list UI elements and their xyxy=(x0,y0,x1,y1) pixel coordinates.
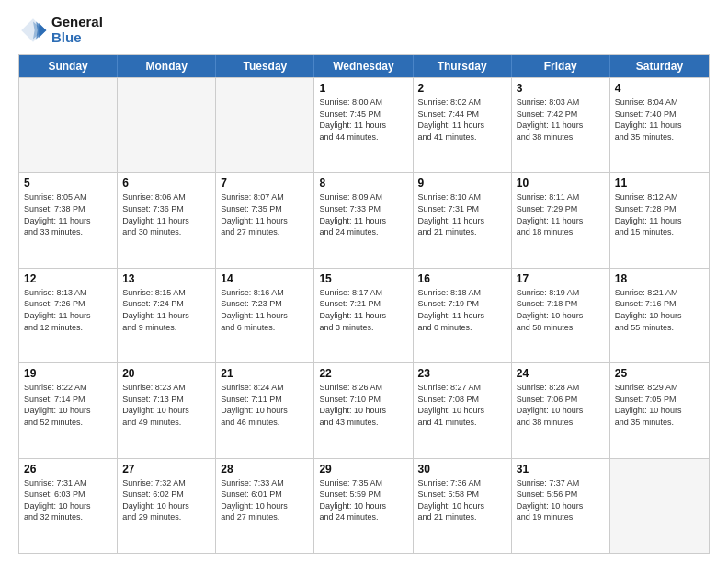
day-info: Sunrise: 8:02 AM Sunset: 7:44 PM Dayligh… xyxy=(418,97,506,143)
calendar-cell: 25Sunrise: 8:29 AM Sunset: 7:05 PM Dayli… xyxy=(610,363,709,457)
day-info: Sunrise: 8:03 AM Sunset: 7:42 PM Dayligh… xyxy=(517,97,605,143)
day-number: 30 xyxy=(418,463,506,476)
calendar-cell: 6Sunrise: 8:06 AM Sunset: 7:36 PM Daylig… xyxy=(118,173,216,267)
day-info: Sunrise: 7:32 AM Sunset: 6:02 PM Dayligh… xyxy=(122,477,210,523)
weekday-header: Tuesday xyxy=(216,55,314,77)
day-info: Sunrise: 8:24 AM Sunset: 7:11 PM Dayligh… xyxy=(221,382,309,428)
day-number: 31 xyxy=(517,463,605,476)
weekday-header: Saturday xyxy=(610,55,709,77)
day-info: Sunrise: 8:11 AM Sunset: 7:29 PM Dayligh… xyxy=(517,191,605,237)
calendar-cell: 19Sunrise: 8:22 AM Sunset: 7:14 PM Dayli… xyxy=(19,363,118,457)
day-number: 17 xyxy=(517,272,605,285)
day-info: Sunrise: 8:04 AM Sunset: 7:40 PM Dayligh… xyxy=(615,97,704,143)
day-number: 4 xyxy=(615,82,704,95)
day-info: Sunrise: 7:33 AM Sunset: 6:01 PM Dayligh… xyxy=(221,477,309,523)
weekday-header: Wednesday xyxy=(314,55,413,77)
calendar-cell xyxy=(19,78,118,172)
calendar-cell: 14Sunrise: 8:16 AM Sunset: 7:23 PM Dayli… xyxy=(216,269,314,362)
day-number: 8 xyxy=(319,177,407,190)
day-number: 19 xyxy=(24,367,112,380)
calendar-cell: 28Sunrise: 7:33 AM Sunset: 6:01 PM Dayli… xyxy=(216,459,314,553)
day-info: Sunrise: 8:22 AM Sunset: 7:14 PM Dayligh… xyxy=(24,382,112,428)
logo-icon xyxy=(18,16,48,45)
day-info: Sunrise: 8:23 AM Sunset: 7:13 PM Dayligh… xyxy=(122,382,210,428)
day-number: 16 xyxy=(418,272,506,285)
day-number: 18 xyxy=(615,272,704,285)
calendar-cell: 20Sunrise: 8:23 AM Sunset: 7:13 PM Dayli… xyxy=(118,363,216,457)
calendar-cell: 21Sunrise: 8:24 AM Sunset: 7:11 PM Dayli… xyxy=(216,363,314,457)
day-number: 20 xyxy=(122,367,210,380)
calendar-row: 5Sunrise: 8:05 AM Sunset: 7:38 PM Daylig… xyxy=(19,172,709,267)
day-number: 9 xyxy=(418,177,506,190)
calendar-cell: 1Sunrise: 8:00 AM Sunset: 7:45 PM Daylig… xyxy=(314,78,413,172)
day-number: 7 xyxy=(221,177,309,190)
day-number: 15 xyxy=(319,272,407,285)
day-number: 5 xyxy=(24,177,112,190)
day-info: Sunrise: 8:13 AM Sunset: 7:26 PM Dayligh… xyxy=(24,287,112,333)
calendar-cell: 17Sunrise: 8:19 AM Sunset: 7:18 PM Dayli… xyxy=(512,269,610,362)
day-info: Sunrise: 8:07 AM Sunset: 7:35 PM Dayligh… xyxy=(221,191,309,237)
day-info: Sunrise: 8:29 AM Sunset: 7:05 PM Dayligh… xyxy=(615,382,704,428)
svg-marker-3 xyxy=(39,23,46,38)
day-info: Sunrise: 7:31 AM Sunset: 6:03 PM Dayligh… xyxy=(24,477,112,523)
calendar-cell: 7Sunrise: 8:07 AM Sunset: 7:35 PM Daylig… xyxy=(216,173,314,267)
calendar-cell: 10Sunrise: 8:11 AM Sunset: 7:29 PM Dayli… xyxy=(512,173,610,267)
calendar-cell xyxy=(216,78,314,172)
day-info: Sunrise: 8:21 AM Sunset: 7:16 PM Dayligh… xyxy=(615,287,704,333)
day-info: Sunrise: 8:26 AM Sunset: 7:10 PM Dayligh… xyxy=(319,382,407,428)
day-info: Sunrise: 7:36 AM Sunset: 5:58 PM Dayligh… xyxy=(418,477,506,523)
day-number: 10 xyxy=(517,177,605,190)
calendar-header: SundayMondayTuesdayWednesdayThursdayFrid… xyxy=(19,55,709,77)
calendar-cell: 11Sunrise: 8:12 AM Sunset: 7:28 PM Dayli… xyxy=(610,173,709,267)
calendar-row: 26Sunrise: 7:31 AM Sunset: 6:03 PM Dayli… xyxy=(19,458,709,553)
calendar: SundayMondayTuesdayWednesdayThursdayFrid… xyxy=(18,54,710,554)
day-info: Sunrise: 8:09 AM Sunset: 7:33 PM Dayligh… xyxy=(319,191,407,237)
day-info: Sunrise: 8:17 AM Sunset: 7:21 PM Dayligh… xyxy=(319,287,407,333)
day-number: 6 xyxy=(122,177,210,190)
day-info: Sunrise: 8:18 AM Sunset: 7:19 PM Dayligh… xyxy=(418,287,506,333)
weekday-header: Sunday xyxy=(19,55,118,77)
day-info: Sunrise: 8:15 AM Sunset: 7:24 PM Dayligh… xyxy=(122,287,210,333)
calendar-cell: 2Sunrise: 8:02 AM Sunset: 7:44 PM Daylig… xyxy=(414,78,512,172)
day-info: Sunrise: 8:19 AM Sunset: 7:18 PM Dayligh… xyxy=(517,287,605,333)
calendar-cell: 24Sunrise: 8:28 AM Sunset: 7:06 PM Dayli… xyxy=(512,363,610,457)
logo: General Blue xyxy=(18,15,103,45)
calendar-cell: 16Sunrise: 8:18 AM Sunset: 7:19 PM Dayli… xyxy=(414,269,512,362)
calendar-cell: 3Sunrise: 8:03 AM Sunset: 7:42 PM Daylig… xyxy=(512,78,610,172)
day-info: Sunrise: 8:27 AM Sunset: 7:08 PM Dayligh… xyxy=(418,382,506,428)
page: General Blue SundayMondayTuesdayWednesda… xyxy=(0,0,728,563)
weekday-header: Thursday xyxy=(414,55,512,77)
day-info: Sunrise: 8:12 AM Sunset: 7:28 PM Dayligh… xyxy=(615,191,704,237)
calendar-cell: 26Sunrise: 7:31 AM Sunset: 6:03 PM Dayli… xyxy=(19,459,118,553)
day-number: 25 xyxy=(615,367,704,380)
day-number: 22 xyxy=(319,367,407,380)
calendar-cell: 4Sunrise: 8:04 AM Sunset: 7:40 PM Daylig… xyxy=(610,78,709,172)
weekday-header: Friday xyxy=(512,55,610,77)
calendar-cell: 5Sunrise: 8:05 AM Sunset: 7:38 PM Daylig… xyxy=(19,173,118,267)
calendar-cell: 29Sunrise: 7:35 AM Sunset: 5:59 PM Dayli… xyxy=(314,459,413,553)
calendar-cell: 30Sunrise: 7:36 AM Sunset: 5:58 PM Dayli… xyxy=(414,459,512,553)
calendar-row: 1Sunrise: 8:00 AM Sunset: 7:45 PM Daylig… xyxy=(19,77,709,172)
day-number: 29 xyxy=(319,463,407,476)
day-number: 11 xyxy=(615,177,704,190)
day-info: Sunrise: 8:16 AM Sunset: 7:23 PM Dayligh… xyxy=(221,287,309,333)
calendar-cell: 23Sunrise: 8:27 AM Sunset: 7:08 PM Dayli… xyxy=(414,363,512,457)
calendar-body: 1Sunrise: 8:00 AM Sunset: 7:45 PM Daylig… xyxy=(19,77,709,553)
calendar-cell: 9Sunrise: 8:10 AM Sunset: 7:31 PM Daylig… xyxy=(414,173,512,267)
day-number: 27 xyxy=(122,463,210,476)
calendar-row: 12Sunrise: 8:13 AM Sunset: 7:26 PM Dayli… xyxy=(19,268,709,362)
day-number: 1 xyxy=(319,82,407,95)
calendar-row: 19Sunrise: 8:22 AM Sunset: 7:14 PM Dayli… xyxy=(19,362,709,457)
day-info: Sunrise: 7:35 AM Sunset: 5:59 PM Dayligh… xyxy=(319,477,407,523)
day-info: Sunrise: 8:00 AM Sunset: 7:45 PM Dayligh… xyxy=(319,97,407,143)
day-info: Sunrise: 8:05 AM Sunset: 7:38 PM Dayligh… xyxy=(24,191,112,237)
logo-text: General Blue xyxy=(51,15,103,45)
day-number: 21 xyxy=(221,367,309,380)
calendar-cell xyxy=(118,78,216,172)
calendar-cell: 22Sunrise: 8:26 AM Sunset: 7:10 PM Dayli… xyxy=(314,363,413,457)
day-info: Sunrise: 8:06 AM Sunset: 7:36 PM Dayligh… xyxy=(122,191,210,237)
calendar-cell xyxy=(610,459,709,553)
day-number: 14 xyxy=(221,272,309,285)
day-number: 26 xyxy=(24,463,112,476)
calendar-cell: 31Sunrise: 7:37 AM Sunset: 5:56 PM Dayli… xyxy=(512,459,610,553)
